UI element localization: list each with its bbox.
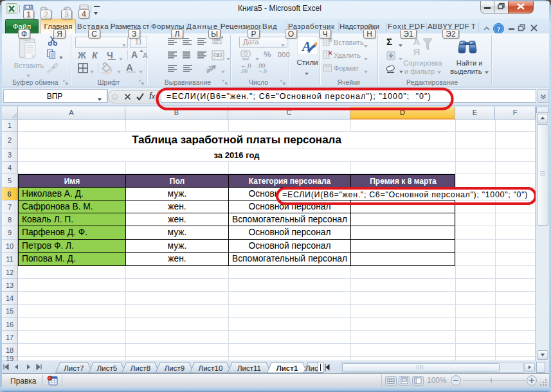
svg-text:Я: Я [413,46,420,57]
svg-text:Лист11: Лист11 [237,364,261,372]
svg-text:?: ? [497,25,501,33]
svg-text:Лист8: Лист8 [131,364,150,372]
svg-text:Лист10: Лист10 [199,364,223,372]
svg-text:Лист1: Лист1 [276,364,298,372]
svg-text:a: a [217,53,219,57]
svg-text:Лист5: Лист5 [97,364,117,372]
svg-text:Лист9: Лист9 [165,364,185,372]
svg-text:Лист7: Лист7 [64,364,84,372]
svg-text:ab: ab [204,64,215,75]
